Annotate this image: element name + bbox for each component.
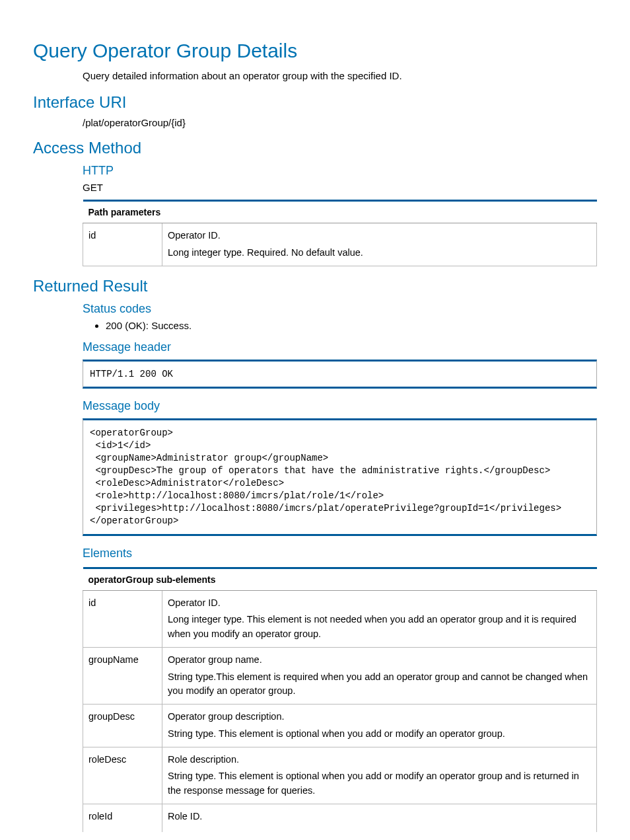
table-row: id Operator ID. Long integer type. This …: [83, 590, 597, 647]
path-params-table: Path parameters id Operator ID. Long int…: [83, 200, 597, 266]
element-name: roleDesc: [83, 747, 162, 804]
table-row: groupName Operator group name. String ty…: [83, 647, 597, 704]
message-body-heading: Message body: [83, 399, 597, 413]
interface-uri-heading: Interface URI: [33, 93, 597, 112]
http-label: HTTP: [83, 164, 597, 178]
table-row: roleDesc Role description. String type. …: [83, 747, 597, 804]
status-codes-heading: Status codes: [83, 302, 597, 316]
element-desc: Operator group description. String type.…: [162, 705, 597, 747]
returned-result-heading: Returned Result: [33, 277, 597, 295]
table-row: id Operator ID. Long integer type. Requi…: [83, 223, 597, 266]
elements-table-header: operatorGroup sub-elements: [83, 568, 597, 590]
table-row: roleId Role ID.: [83, 804, 597, 831]
param-name: id: [83, 223, 162, 266]
element-desc: Role description. String type. This elem…: [162, 747, 597, 804]
message-header-heading: Message header: [83, 340, 597, 354]
element-desc: Operator ID. Long integer type. This ele…: [162, 590, 597, 647]
elements-heading: Elements: [83, 547, 597, 560]
status-codes-list: 200 (OK): Success.: [106, 320, 597, 331]
element-name: id: [83, 590, 162, 647]
path-params-header: Path parameters: [83, 201, 597, 223]
element-name: groupName: [83, 647, 162, 704]
table-row: groupDesc Operator group description. St…: [83, 705, 597, 747]
access-method-heading: Access Method: [33, 139, 597, 157]
intro-text: Query detailed information about an oper…: [83, 69, 597, 83]
elements-table: operatorGroup sub-elements id Operator I…: [83, 567, 597, 832]
element-name: roleId: [83, 804, 162, 831]
message-header-code: HTTP/1.1 200 OK: [83, 360, 597, 389]
element-name: groupDesc: [83, 705, 162, 747]
param-desc: Operator ID. Long integer type. Required…: [162, 223, 597, 266]
http-value: GET: [83, 182, 597, 193]
page-title: Query Operator Group Details: [33, 40, 597, 62]
interface-uri-value: /plat/operatorGroup/{id}: [83, 117, 597, 128]
status-code-item: 200 (OK): Success.: [106, 320, 597, 331]
element-desc: Operator group name. String type.This el…: [162, 647, 597, 704]
message-body-code: <operatorGroup> <id>1</id> <groupName>Ad…: [83, 418, 597, 535]
element-desc: Role ID.: [162, 804, 597, 831]
